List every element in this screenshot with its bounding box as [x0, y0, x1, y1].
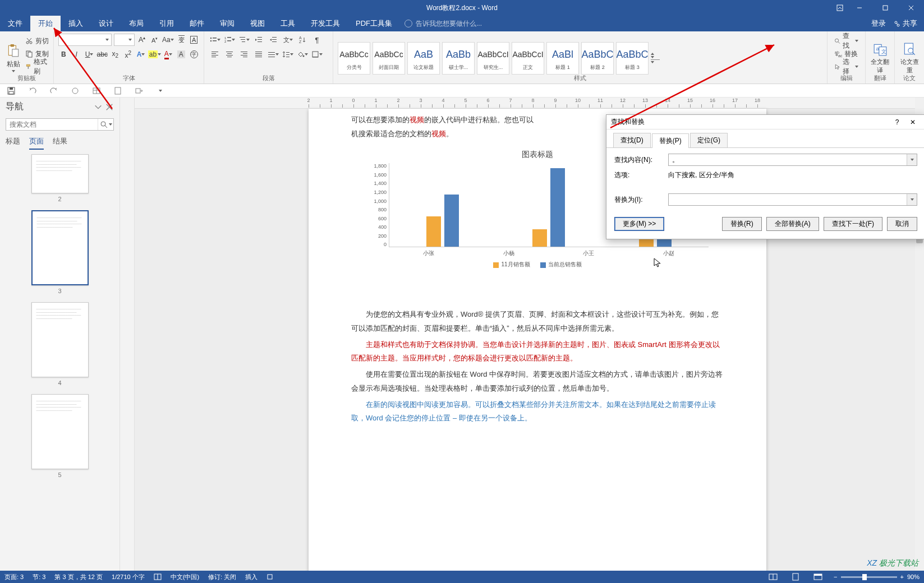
- zoom-out-button[interactable]: −: [834, 573, 837, 580]
- status-insert[interactable]: 插入: [245, 573, 258, 581]
- format-painter-button[interactable]: 格式刷: [25, 61, 49, 73]
- bold-button[interactable]: B: [58, 48, 69, 61]
- qat-7-button[interactable]: [131, 85, 147, 96]
- bullets-button[interactable]: [209, 34, 221, 46]
- style-item[interactable]: AaBbCcI正文: [512, 42, 544, 75]
- tab-tools[interactable]: 工具: [273, 16, 303, 31]
- align-center-button[interactable]: [223, 48, 236, 61]
- numbering-button[interactable]: 12: [223, 34, 236, 46]
- change-case-button[interactable]: Aa: [162, 34, 174, 46]
- qat-6-button[interactable]: [110, 85, 126, 96]
- asian-layout-button[interactable]: 文: [282, 34, 294, 46]
- qat-5-button[interactable]: [89, 85, 104, 96]
- dialog-help-button[interactable]: ?: [889, 118, 905, 126]
- shrink-font-button[interactable]: A▾: [149, 34, 160, 46]
- style-item[interactable]: AaBbCcI研究生...: [477, 42, 509, 75]
- share-button[interactable]: 共享: [894, 18, 917, 29]
- sort-button[interactable]: AZ: [296, 34, 309, 46]
- distributed-button[interactable]: [267, 48, 279, 61]
- style-item[interactable]: AaBbC标题 2: [581, 42, 614, 75]
- style-item[interactable]: AaBbCc封面日期: [373, 42, 405, 75]
- login-link[interactable]: 登录: [871, 18, 886, 29]
- char-shading-button[interactable]: A: [176, 48, 186, 61]
- close-icon[interactable]: [105, 103, 114, 112]
- decrease-indent-button[interactable]: [252, 34, 265, 46]
- justify-button[interactable]: [252, 48, 265, 61]
- italic-button[interactable]: I: [71, 48, 82, 61]
- tab-design[interactable]: 设计: [91, 16, 121, 31]
- status-words[interactable]: 1/2710 个字: [112, 573, 145, 581]
- style-item[interactable]: AaBl标题 1: [546, 42, 579, 75]
- status-macro[interactable]: [266, 573, 273, 580]
- tab-mailings[interactable]: 邮件: [182, 16, 212, 31]
- char-border-button[interactable]: A: [189, 34, 199, 46]
- nav-tab-pages[interactable]: 页面: [29, 136, 44, 150]
- nav-tab-results[interactable]: 结果: [53, 136, 67, 150]
- style-item[interactable]: AaBb硕士学...: [442, 42, 475, 75]
- styles-more-button[interactable]: [651, 53, 660, 63]
- style-item[interactable]: AaB论文标题: [407, 42, 440, 75]
- zoom-handle[interactable]: [862, 574, 867, 580]
- zoom-control[interactable]: − + 90%: [834, 573, 920, 580]
- strikethrough-button[interactable]: abc: [97, 48, 108, 61]
- nav-search-input[interactable]: [6, 119, 98, 130]
- superscript-button[interactable]: x2: [123, 48, 134, 61]
- nav-tab-headings[interactable]: 标题: [6, 136, 20, 150]
- phonetic-guide-button[interactable]: 变: [176, 34, 187, 46]
- font-size-combo[interactable]: [114, 34, 135, 46]
- find-dropdown[interactable]: [907, 154, 917, 165]
- more-button[interactable]: 更多(M) >>: [614, 217, 664, 231]
- line-spacing-button[interactable]: [282, 48, 294, 61]
- find-what-input[interactable]: [668, 154, 917, 166]
- find-what-field[interactable]: [669, 154, 907, 165]
- select-button[interactable]: 选择: [832, 61, 861, 73]
- zoom-slider[interactable]: [841, 576, 897, 578]
- page-thumbnail[interactable]: ————————————————————————————————————————…: [0, 154, 119, 202]
- highlight-button[interactable]: ab: [148, 48, 160, 61]
- dialog-tab-replace[interactable]: 替换(P): [652, 133, 689, 148]
- borders-button[interactable]: [311, 48, 323, 61]
- qat-4-button[interactable]: [67, 85, 83, 96]
- horizontal-ruler[interactable]: 210123456789101112131415161718: [135, 98, 924, 109]
- style-item[interactable]: AaBbC标题 3: [616, 42, 649, 75]
- nav-search[interactable]: [6, 118, 114, 131]
- replace-dropdown[interactable]: [907, 194, 917, 205]
- tab-review[interactable]: 审阅: [212, 16, 242, 31]
- minimize-button[interactable]: [847, 0, 872, 16]
- multilevel-list-button[interactable]: [238, 34, 250, 46]
- zoom-in-button[interactable]: +: [900, 573, 904, 580]
- status-language[interactable]: 中文(中国): [171, 573, 199, 581]
- align-left-button[interactable]: [209, 48, 221, 61]
- tab-layout[interactable]: 布局: [121, 16, 151, 31]
- redo-button[interactable]: [46, 85, 62, 96]
- tab-developer[interactable]: 开发工具: [303, 16, 348, 31]
- page-thumbnail[interactable]: ————————————————————————————————————————…: [0, 302, 119, 386]
- tab-pdf[interactable]: PDF工具集: [348, 16, 400, 31]
- replace-with-field[interactable]: [669, 194, 907, 205]
- zoom-value[interactable]: 90%: [907, 573, 920, 580]
- close-button[interactable]: [898, 0, 924, 16]
- underline-button[interactable]: U: [84, 48, 95, 61]
- style-item[interactable]: AaBbCc分类号: [338, 42, 370, 75]
- dropdown-icon[interactable]: [94, 103, 103, 112]
- status-section[interactable]: 节: 3: [33, 573, 45, 581]
- dialog-tab-goto[interactable]: 定位(G): [690, 133, 728, 147]
- subscript-button[interactable]: x2: [110, 48, 121, 61]
- status-page-of[interactable]: 第 3 页，共 12 页: [54, 573, 103, 581]
- grow-font-button[interactable]: A▴: [137, 34, 148, 46]
- save-button[interactable]: [3, 85, 19, 96]
- page-thumbnail[interactable]: ————————————————————————————————————————…: [0, 394, 119, 478]
- replace-with-input[interactable]: [668, 193, 917, 206]
- align-right-button[interactable]: [238, 48, 250, 61]
- print-layout-button[interactable]: [789, 572, 802, 582]
- status-page[interactable]: 页面: 3: [4, 573, 24, 581]
- enclose-chars-button[interactable]: 字: [189, 48, 199, 61]
- qat-customize[interactable]: [153, 85, 168, 96]
- status-spell[interactable]: [154, 573, 162, 581]
- tab-home[interactable]: 开始: [30, 16, 61, 31]
- cut-button[interactable]: 剪切: [25, 35, 49, 47]
- undo-button[interactable]: [25, 85, 40, 96]
- increase-indent-button[interactable]: [267, 34, 279, 46]
- find-button[interactable]: 查找: [832, 35, 861, 47]
- shading-button[interactable]: [296, 48, 309, 61]
